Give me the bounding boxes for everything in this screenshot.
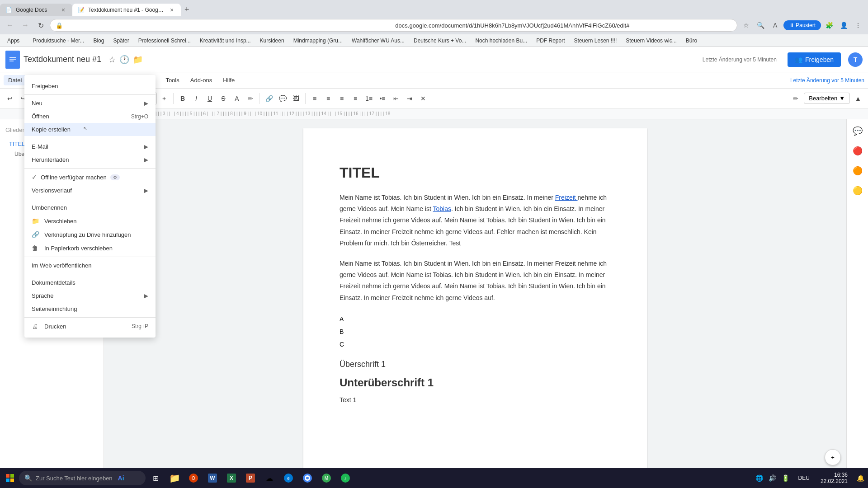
bookmark-spaeter[interactable]: Später [109,37,132,45]
menu-item-verschieben[interactable]: 📁 Verschieben [24,214,156,228]
zoom-icon[interactable]: 🔍 [755,19,767,32]
taskbar-excel[interactable]: X [222,469,241,487]
edit-mode-pencil[interactable]: ✏ [789,92,802,105]
menu-dots[interactable]: ⋮ [852,19,864,32]
back-button[interactable]: ← [4,19,16,32]
history-button[interactable]: 🕐 [119,55,129,65]
taskbar-clock[interactable]: 16:36 22.02.2021 [817,471,851,485]
volume-icon[interactable]: 🔊 [767,473,778,483]
bookmark-produktsuche[interactable]: Produktsuche - Mer... [29,37,88,45]
image-button[interactable]: 🖼 [290,92,302,105]
share-button[interactable]: 👥 Freigeben [788,52,841,67]
tab-close-1[interactable]: × [60,6,67,14]
extensions-icon[interactable]: 🧩 [823,19,835,32]
menu-item-versionsverlauf[interactable]: Versionsverlauf ▶ [24,184,156,197]
taskbar-search-bar[interactable]: 🔍 Zur Suche Text hier eingeben Ai [19,471,146,485]
add-fab-button[interactable]: + [825,449,841,465]
bookmark-star[interactable]: ☆ [740,19,753,32]
indent-decrease-button[interactable]: ⇤ [390,92,402,105]
bookmark-professionell[interactable]: Professionell Schrei... [135,37,194,45]
comments-panel-button[interactable]: 💬 [849,123,866,139]
collapse-toolbar-button[interactable]: ▲ [852,92,864,105]
taskbar-ppt[interactable]: P [241,469,259,487]
expand-panel-button[interactable]: 🟠 [849,163,866,179]
translate-icon[interactable]: A [769,19,782,32]
menu-item-verknuepfung[interactable]: 🔗 Verknüpfung zu Drive hinzufügen [24,228,156,241]
text-color-button[interactable]: A [231,92,243,105]
font-size-increase[interactable]: + [158,92,170,105]
profile-icon[interactable]: 👤 [837,19,850,32]
bookmark-deutsche[interactable]: Deutsche Kurs + Vo... [410,37,470,45]
bookmark-hochladen[interactable]: Noch hochladen Bu... [472,37,531,45]
user-avatar[interactable]: T [848,52,863,67]
menu-item-papierkorb[interactable]: 🗑 In Papierkorb verschieben [24,241,156,255]
menu-item-freigeben[interactable]: Freigeben [24,80,156,93]
menu-item-drucken[interactable]: 🖨 Drucken Strg+P [24,319,156,333]
bookmark-blog[interactable]: Blog [90,37,108,45]
address-bar[interactable]: 🔒 docs.google.com/document/d/1hUH8k6h7Lb… [50,19,737,32]
menu-hilfe[interactable]: Hilfe [218,75,239,85]
yellow-panel-button[interactable]: 🟡 [849,183,866,199]
align-justify-button[interactable]: ≡ [349,92,362,105]
lang-indicator[interactable]: DEU [795,473,813,483]
strikethrough-button[interactable]: S [217,92,230,105]
bookmark-steuern-videos[interactable]: Steuern Videos wic... [622,37,680,45]
menu-datei[interactable]: Datei [4,75,26,85]
comment-button[interactable]: 💬 [276,92,289,105]
indent-increase-button[interactable]: ⇥ [403,92,416,105]
bookmark-buero[interactable]: Büro [682,37,701,45]
taskbar-office[interactable]: O [184,469,203,487]
freizeit-link[interactable]: Freizeit [555,194,578,201]
bookmark-steuern-lesen[interactable]: Steuern Lesen !!!! [570,37,620,45]
tab-google-docs[interactable]: 📄 Google Docs × [0,4,72,16]
star-button[interactable]: ☆ [108,55,116,65]
menu-item-sprache[interactable]: Sprache ▶ [24,289,156,302]
battery-icon[interactable]: 🔋 [780,473,791,483]
share-drive-button[interactable]: 📁 [133,55,143,65]
menu-item-kopie[interactable]: Kopie erstellen ↖ [24,123,156,136]
editing-mode-button[interactable]: Bearbeiten ▼ [804,93,850,104]
highlight-button[interactable]: ✏ [244,92,257,105]
undo-button[interactable]: ↩ [4,92,16,105]
bookmark-apps[interactable]: Apps [4,37,23,45]
menu-item-dokumentdetails[interactable]: Dokumentdetails [24,276,156,289]
list-bullet-button[interactable]: •≡ [376,92,389,105]
bookmark-kreativitaet[interactable]: Kreativität und Insp... [196,37,255,45]
menu-item-neu[interactable]: Neu ▶ [24,97,156,110]
menu-tools[interactable]: Tools [161,75,184,85]
menu-item-email[interactable]: E-Mail ▶ [24,140,156,153]
taskbar-spotify[interactable]: ♪ [336,469,354,487]
windows-start-button[interactable] [2,470,18,486]
menu-item-umbenennen[interactable]: Umbenennen [24,201,156,214]
clear-formatting-button[interactable]: ✕ [417,92,429,105]
underline-button[interactable]: U [203,92,216,105]
reload-button[interactable]: ↻ [34,19,47,32]
taskbar-onedrive[interactable]: ☁ [260,469,278,487]
new-tab-button[interactable]: + [181,3,193,16]
forward-button[interactable]: → [19,19,32,32]
chat-panel-button[interactable]: 🔴 [849,143,866,159]
menu-item-oeffnen[interactable]: Öffnen Strg+O [24,110,156,123]
bookmark-pdf[interactable]: PDF Report [533,37,568,45]
link-button[interactable]: 🔗 [263,92,275,105]
doc-area[interactable]: TITEL Mein Name ist Tobias. Ich bin Stud… [104,119,846,488]
bookmark-wahlfaecher[interactable]: Wahlfächer WU Aus... [348,37,408,45]
task-view-button[interactable]: ⊞ [146,469,165,487]
align-left-button[interactable]: ≡ [308,92,321,105]
tab-close-2[interactable]: × [168,6,175,14]
pause-button[interactable]: ⏸ Pausiert [783,20,821,30]
list-numbered-button[interactable]: 1≡ [363,92,375,105]
bookmark-mindmapping[interactable]: Mindmapping (Gru... [290,37,346,45]
taskbar-edge[interactable]: e [279,469,297,487]
taskbar-green[interactable]: M [317,469,335,487]
network-icon[interactable]: 🌐 [754,473,765,483]
taskbar-word[interactable]: W [203,469,222,487]
notification-bell[interactable]: 🔔 [855,473,866,483]
menu-item-seiteneinrichtung[interactable]: Seiteneinrichtung [24,302,156,315]
bookmark-kursideen[interactable]: Kursideen [256,37,288,45]
menu-item-webveroeffentlichen[interactable]: Im Web veröffentlichen [24,259,156,272]
bold-button[interactable]: B [176,92,189,105]
taskbar-explorer[interactable]: 📁 [165,469,184,487]
tab-textdokument[interactable]: 📝 Textdokument neu #1 - Google ... × [72,4,181,16]
last-change-link[interactable]: Letzte Änderung vor 5 Minuten [790,77,864,84]
